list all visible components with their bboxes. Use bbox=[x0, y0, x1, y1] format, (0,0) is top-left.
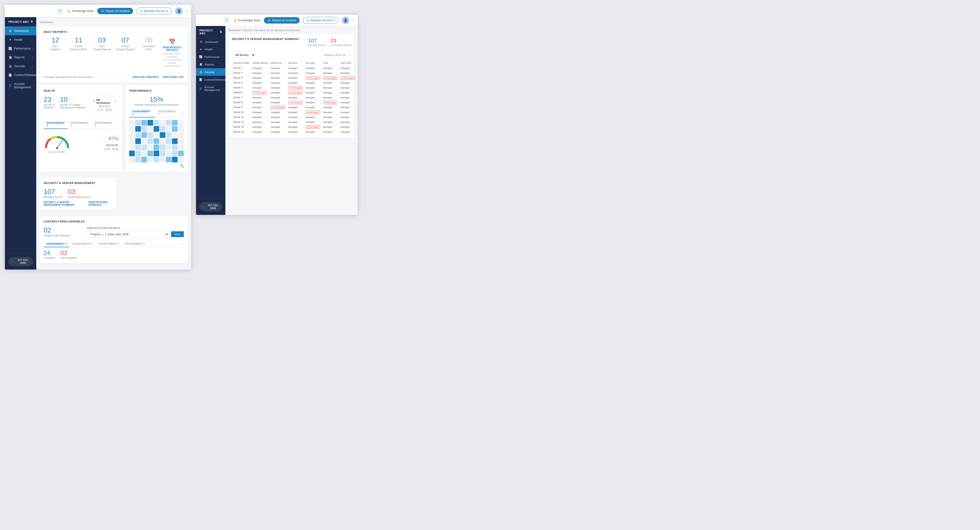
env-prev-button[interactable]: ‹ bbox=[115, 123, 116, 126]
dr-assurance-label: DR Assurance bbox=[96, 98, 113, 104]
patching-schedule-link[interactable]: VIEW PATCHING SCHEDULE bbox=[88, 201, 113, 206]
server-status-cell: Managed bbox=[286, 105, 304, 110]
sow-dropdown[interactable]: Project1_v_7_22nd_June_2018 bbox=[87, 231, 169, 238]
page-next-button[interactable]: › bbox=[350, 53, 351, 57]
env-next-button[interactable]: › bbox=[117, 123, 118, 126]
server-status-cell: Managed bbox=[286, 66, 304, 71]
knowledge-base-link[interactable]: 💡 Knowledge Base bbox=[67, 9, 94, 13]
dr-assurance-header: ✔ DR Assurance ℹ bbox=[93, 98, 116, 104]
health-env-tabs: ENVIRONMENT 1 ENVIRONMENT 2 ENVIRONMENT … bbox=[44, 120, 118, 129]
sow-view-button[interactable]: View bbox=[171, 231, 184, 237]
sec-phone-button[interactable]: 📞 407-533-9888 bbox=[199, 202, 222, 211]
server-status-cell: Managed bbox=[322, 80, 339, 85]
sec-sidebar-account[interactable]: 👤 Account Management › bbox=[196, 83, 225, 94]
main-content: Dashboard DAILY REPORTS 12 OpenIncidents… bbox=[36, 17, 191, 270]
sidebar-item-dashboard[interactable]: ⊞ Dashboard bbox=[5, 27, 36, 35]
server-name-cell: Server 8 bbox=[232, 100, 251, 105]
gauge-area: 0 100 HEALTH SCORE ℹ 97% BACKUPS bbox=[44, 131, 118, 155]
server-status-cell: Managed bbox=[356, 90, 358, 95]
view-monthly-reports-link[interactable]: VIEW MONTHLY REPORTS bbox=[163, 46, 182, 51]
sec-user-avatar[interactable]: 👤 bbox=[342, 17, 349, 24]
all-servers-dropdown[interactable]: All Servers bbox=[232, 52, 255, 58]
phone-icon: 📞 bbox=[11, 260, 15, 263]
sec-sidebar-health[interactable]: ♥ Health › bbox=[196, 46, 225, 53]
view-asset-list-link[interactable]: VIEW ASSET LIST bbox=[163, 76, 184, 78]
managed-badge: Managed bbox=[340, 116, 350, 118]
backups-mini-stats: ✔ 05 ✘ 01 bbox=[104, 148, 119, 151]
sidebar-item-security[interactable]: 🔒 Security › bbox=[5, 62, 36, 71]
sec-sidebar-reports[interactable]: 📋 Reports › bbox=[196, 61, 225, 68]
sec-request-service-button[interactable]: ◎ Request Service ▾ bbox=[303, 17, 338, 24]
compliant-number: 24 bbox=[44, 250, 55, 257]
managed-badge: Managed bbox=[305, 91, 315, 94]
sidebar-item-reports[interactable]: 📋 Reports › bbox=[5, 53, 36, 62]
sidebar-project[interactable]: PROJECT ABC ⇅ bbox=[5, 17, 36, 27]
sec-sidebar-project[interactable]: PROJECT ABC ⇅ bbox=[196, 26, 225, 38]
server-name-cell: Server 2 bbox=[232, 71, 251, 75]
security-icon: 🔒 bbox=[8, 64, 12, 68]
perf-env-prev[interactable]: ‹ bbox=[181, 111, 182, 115]
sidebar-item-contract[interactable]: 📄 Contract/Deliverables › bbox=[5, 71, 36, 80]
report-incident-button[interactable]: ⚡ Report an Incident bbox=[97, 8, 133, 14]
col-nessus: NESSUS bbox=[286, 61, 304, 66]
grid-cell bbox=[160, 138, 165, 144]
managed-count: 107 bbox=[44, 188, 63, 196]
server-status-cell: Managed bbox=[286, 129, 304, 134]
page-prev-button[interactable]: ‹ bbox=[348, 53, 349, 57]
contracts-env-next[interactable]: › bbox=[183, 242, 184, 246]
search-icon[interactable]: 🔍 bbox=[180, 164, 184, 168]
sec-dash-icon: ⊞ bbox=[199, 40, 203, 43]
unmanaged-servers-stat: 03 Unmanaged Servers bbox=[68, 188, 91, 198]
sidebar-item-health[interactable]: ♥ Health › bbox=[5, 35, 36, 44]
sec-kb-icon: 💡 bbox=[234, 19, 237, 22]
sec-report-incident-button[interactable]: ⚡ Report an Incident bbox=[264, 17, 300, 24]
perf-env-tab-1[interactable]: ENVIRONMENT 1 bbox=[129, 109, 155, 118]
open-incidents-label: OpenIncidents bbox=[46, 45, 65, 51]
sec-alert-icon-button[interactable]: ? bbox=[223, 17, 230, 24]
managed-badge: Managed bbox=[340, 82, 350, 84]
security-summary-link[interactable]: SECURITY & SERVER MANAGEMENT SUMMARY bbox=[44, 201, 84, 206]
sec-sidebar-dashboard[interactable]: ⊞ Dashboard bbox=[196, 38, 225, 46]
chevron-right-icon-4: › bbox=[32, 65, 33, 68]
server-status-cell: Managed bbox=[269, 115, 286, 120]
contracts-env-tab-4[interactable]: ENVIRONMENT 4 bbox=[121, 241, 148, 247]
server-status-cell: Managed bbox=[286, 120, 304, 125]
sidebar-item-performance[interactable]: 📈 Performance › bbox=[5, 44, 36, 53]
phone-button[interactable]: 📞 407-533-9888 bbox=[8, 257, 33, 266]
managed-badge: Managed bbox=[305, 116, 315, 118]
server-status-cell: Managed bbox=[304, 90, 321, 95]
daily-reports-card: DAILY REPORTS 12 OpenIncidents 11 Closed… bbox=[40, 27, 188, 82]
server-status-cell: UnManaged bbox=[251, 90, 269, 95]
env-tab-2[interactable]: ENVIRONMENT 2 bbox=[68, 120, 92, 129]
sec-sidebar-security[interactable]: 🔒 Security › bbox=[196, 68, 225, 76]
perf-env-next[interactable]: › bbox=[183, 111, 184, 115]
non-compliant-stat: 03 Non-Compliant bbox=[60, 250, 77, 259]
sec-sidebar-phone: 📞 407-533-9888 bbox=[196, 198, 225, 215]
sec-knowledge-base-link[interactable]: 💡 Knowledge Base bbox=[234, 19, 261, 22]
sidebar-account-label: Account Management bbox=[14, 82, 31, 89]
sidebar-item-account[interactable]: 👤 Account Management › bbox=[5, 80, 36, 92]
grid-cell bbox=[154, 126, 159, 132]
sec-security-icon: 🔒 bbox=[199, 70, 203, 73]
alert-icon-button[interactable]: ? bbox=[57, 8, 64, 14]
server-name-cell: Server 12 bbox=[232, 120, 251, 125]
table-row: Server 7ManagedManagedManagedManagedMana… bbox=[232, 95, 358, 100]
env-tab-1[interactable]: ENVIRONMENT 1 bbox=[44, 120, 68, 129]
managed-badge: Managed bbox=[288, 96, 298, 99]
managed-badge: Managed bbox=[340, 126, 350, 128]
server-status-cell: Managed bbox=[356, 105, 358, 110]
closed-change-number: 07 bbox=[116, 37, 135, 44]
request-service-button[interactable]: ◎ Request Service ▾ bbox=[137, 8, 172, 14]
sidebar: PROJECT ABC ⇅ ⊞ Dashboard ♥ Health › 📈 P… bbox=[5, 17, 36, 270]
contracts-env-tab-3[interactable]: ENVIRONMENT 3 bbox=[95, 241, 121, 247]
env-tab-3[interactable]: ENVIRONMENT 3 bbox=[92, 120, 116, 129]
perf-env-tab-2[interactable]: ENVIRONMENT 2 bbox=[155, 109, 181, 118]
contracts-env-prev[interactable]: ‹ bbox=[181, 242, 182, 246]
contracts-env-tab-1[interactable]: ENVIRONMENT 1 bbox=[44, 241, 70, 247]
sec-sidebar-contract[interactable]: 📄 Contract/Deliverables › bbox=[196, 76, 225, 83]
contracts-env-tab-2[interactable]: ENVIRONMENT 2 bbox=[70, 241, 95, 247]
sec-sidebar-performance[interactable]: 📈 Performance › bbox=[196, 53, 225, 61]
view-daily-reports-link[interactable]: VIEW DAILY REPORTS bbox=[132, 76, 159, 78]
health-performance-row: HEALTH 23 Number ofIncidents 10 Number o… bbox=[40, 85, 188, 175]
user-avatar[interactable]: 👤 bbox=[175, 7, 183, 15]
